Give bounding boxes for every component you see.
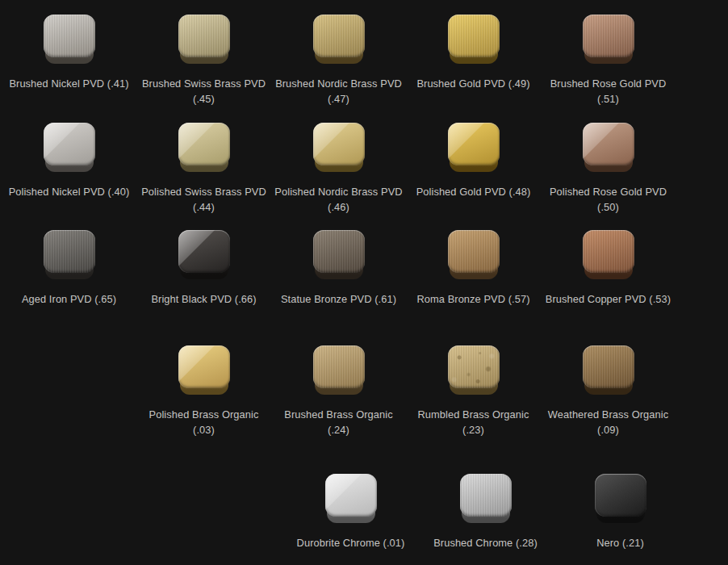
finish-swatch-grid: Brushed Nickel PVD (.41) Brushed Swiss B…: [0, 0, 728, 565]
finish-label: Polished Nordic Brass PVD (.46): [274, 184, 402, 215]
finish-label: Polished Rose Gold PVD (.50): [544, 184, 673, 215]
finish-option-brushed-nickel[interactable]: Brushed Nickel PVD (.41): [2, 15, 136, 91]
swatch-face: [448, 123, 500, 165]
swatch-face: [325, 474, 377, 517]
finish-swatch-image: [448, 15, 500, 65]
finish-option-roma-bronze[interactable]: Roma Bronze PVD (.57): [406, 230, 541, 307]
swatch-face: [178, 15, 230, 57]
swatch-row-dark-pvd: Aged Iron PVD (.65) Bright Black PVD (.6…: [2, 230, 728, 345]
finish-label: Brushed Nordic Brass PVD (.47): [275, 76, 402, 107]
finish-label: Brushed Rose Gold PVD (.51): [544, 76, 673, 107]
finish-label: Bright Black PVD (.66): [151, 291, 256, 307]
finish-option-brushed-copper[interactable]: Brushed Copper PVD (.53): [541, 230, 676, 307]
swatch-face: [178, 123, 230, 165]
finish-option-polished-brass-organic[interactable]: Polished Brass Organic (.03): [136, 345, 271, 437]
finish-swatch-image: [44, 123, 95, 173]
swatch-face: [44, 230, 95, 273]
swatch-row-brushed-pvd: Brushed Nickel PVD (.41) Brushed Swiss B…: [2, 15, 728, 123]
finish-swatch-image: [44, 230, 95, 280]
swatch-face: [583, 15, 634, 57]
finish-option-polished-nickel[interactable]: Polished Nickel PVD (.40): [2, 123, 136, 199]
finish-swatch-image: [313, 230, 365, 280]
swatch-face: [178, 345, 230, 388]
finish-swatch-image: [583, 345, 634, 396]
finish-swatch-image: [448, 345, 500, 396]
swatch-row-polished-pvd: Polished Nickel PVD (.40) Polished Swiss…: [2, 123, 728, 230]
finish-label: Brushed Copper PVD (.53): [546, 291, 671, 307]
finish-option-polished-rose-gold[interactable]: Polished Rose Gold PVD (.50): [541, 123, 676, 215]
finish-label: Brushed Swiss Brass PVD (.45): [142, 76, 266, 107]
swatch-face: [313, 123, 365, 165]
finish-swatch-image: [178, 15, 230, 65]
finish-label: Brushed Nickel PVD (.41): [9, 76, 128, 91]
finish-swatch-image: [583, 230, 634, 280]
swatch-face: [595, 474, 646, 517]
swatch-face: [178, 230, 230, 273]
finish-swatch-image: [178, 345, 230, 396]
finish-label: Aged Iron PVD (.65): [22, 291, 116, 307]
finish-label: Statue Bronze PVD (.61): [281, 291, 396, 307]
finish-swatch-image: [313, 345, 365, 396]
finish-label: Brushed Chrome (.28): [433, 535, 538, 550]
finish-swatch-image: [595, 474, 646, 524]
swatch-face: [44, 15, 95, 57]
finish-label: Brushed Brass Organic (.24): [274, 407, 404, 437]
finish-swatch-image: [325, 474, 377, 524]
swatch-face: [448, 230, 500, 273]
swatch-face: [313, 15, 365, 57]
finish-label: Brushed Gold PVD (.49): [416, 76, 529, 91]
finish-swatch-image: [583, 15, 634, 65]
finish-swatch-image: [178, 230, 230, 280]
finish-option-statue-bronze[interactable]: Statue Bronze PVD (.61): [271, 230, 406, 307]
finish-option-brushed-rose-gold[interactable]: Brushed Rose Gold PVD (.51): [541, 15, 676, 107]
finish-swatch-image: [448, 123, 500, 173]
swatch-face: [313, 230, 365, 273]
finish-swatch-image: [448, 230, 500, 280]
finish-swatch-image: [313, 123, 365, 173]
swatch-face: [44, 123, 95, 165]
swatch-face: [313, 345, 365, 388]
finish-label: Rumbled Brass Organic (.23): [409, 407, 538, 437]
finish-label: Polished Swiss Brass PVD (.44): [141, 184, 266, 215]
swatch-face: [448, 15, 500, 57]
swatch-face: [583, 345, 634, 388]
finish-option-polished-gold[interactable]: Polished Gold PVD (.48): [406, 123, 541, 199]
finish-option-bright-black[interactable]: Bright Black PVD (.66): [136, 230, 271, 307]
finish-swatch-image: [178, 123, 230, 173]
finish-option-polished-swiss-brass[interactable]: Polished Swiss Brass PVD (.44): [136, 123, 271, 215]
finish-option-brushed-chrome[interactable]: Brushed Chrome (.28): [418, 474, 553, 550]
finish-swatch-image: [460, 474, 512, 524]
swatch-face: [583, 123, 634, 165]
finish-label: Polished Gold PVD (.48): [416, 184, 531, 199]
swatch-row-chrome: Durobrite Chrome (.01) Brushed Chrome (.…: [283, 474, 728, 550]
finish-option-weathered-brass-organic[interactable]: Weathered Brass Organic (.09): [541, 345, 676, 437]
finish-option-brushed-brass-organic[interactable]: Brushed Brass Organic (.24): [271, 345, 406, 437]
finish-swatch-image: [583, 123, 634, 173]
finish-option-nero[interactable]: Nero (.21): [553, 474, 688, 550]
swatch-face: [583, 230, 634, 273]
finish-option-brushed-gold[interactable]: Brushed Gold PVD (.49): [406, 15, 541, 91]
finish-option-durobrite-chrome[interactable]: Durobrite Chrome (.01): [283, 474, 418, 550]
finish-label: Weathered Brass Organic (.09): [548, 407, 668, 437]
finish-swatch-image: [44, 15, 95, 65]
finish-swatch-image: [313, 15, 365, 65]
finish-option-brushed-nordic-brass[interactable]: Brushed Nordic Brass PVD (.47): [271, 15, 406, 107]
finish-label: Polished Brass Organic (.03): [140, 407, 269, 437]
finish-label: Polished Nickel PVD (.40): [9, 184, 130, 199]
finish-label: Roma Bronze PVD (.57): [416, 291, 529, 307]
finish-option-aged-iron[interactable]: Aged Iron PVD (.65): [2, 230, 136, 307]
finish-label: Durobrite Chrome (.01): [297, 535, 405, 550]
finish-option-polished-nordic-brass[interactable]: Polished Nordic Brass PVD (.46): [271, 123, 406, 215]
finish-option-brushed-swiss-brass[interactable]: Brushed Swiss Brass PVD (.45): [136, 15, 271, 107]
swatch-face: [448, 345, 500, 388]
finish-label: Nero (.21): [596, 535, 644, 550]
swatch-face: [460, 474, 512, 517]
swatch-row-organic-brass: Polished Brass Organic (.03) Brushed Bra…: [136, 345, 728, 474]
finish-option-rumbled-brass-organic[interactable]: Rumbled Brass Organic (.23): [406, 345, 541, 437]
